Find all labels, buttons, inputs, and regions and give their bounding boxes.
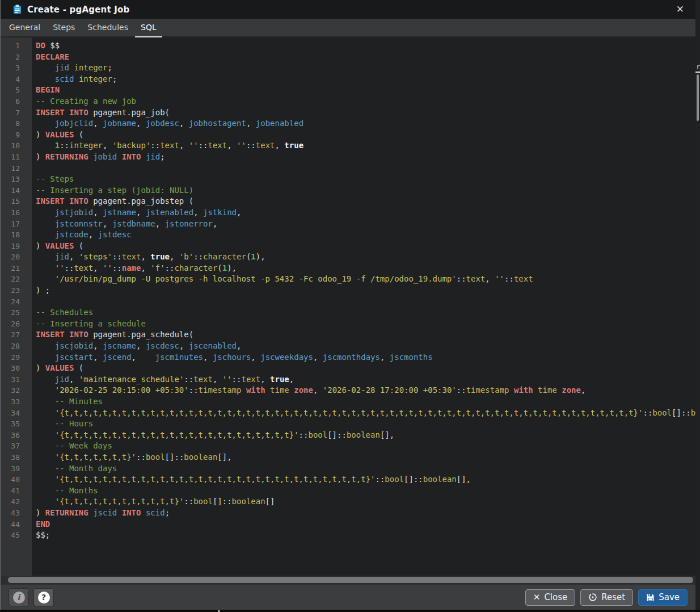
line-number: 37 (1, 441, 32, 452)
save-button-label: Save (659, 592, 680, 602)
code-line: '{t,t,t,t,t,t,t,t,t,t,t,t}'::bool[]::boo… (36, 496, 695, 508)
dialog-title: Create - pgAgent Job (27, 5, 129, 15)
line-number: 33 (1, 396, 32, 408)
code-line: INSERT INTO pgagent.pga_job( (36, 107, 695, 119)
line-number: 8 (1, 118, 32, 129)
line-number: 19 (1, 241, 32, 252)
gutter: 1234567891011121314151617181920212223242… (1, 37, 32, 576)
code-lines: DO $$DECLARE jid integer; scid integer;B… (32, 37, 695, 576)
sql-editor[interactable]: 1234567891011121314151617181920212223242… (1, 37, 695, 576)
code-line: jstjobid, jstname, jstenabled, jstkind, (36, 207, 695, 219)
reset-button-label: Reset (601, 592, 625, 602)
line-number: 18 (1, 229, 32, 241)
line-number: 31 (1, 374, 32, 385)
question-icon: ? (38, 592, 50, 603)
line-number: 11 (1, 152, 32, 163)
code-line: DO $$ (36, 40, 695, 52)
code-line: jid, 'maintenance_schedule'::text, ''::t… (36, 374, 695, 385)
info-icon: i (13, 592, 25, 603)
line-number: 17 (1, 219, 32, 230)
close-button-label: Close (544, 592, 567, 602)
line-number: 32 (1, 385, 32, 396)
line-number: 45 (1, 530, 32, 541)
code-line: ) VALUES ( (36, 129, 695, 141)
line-number: 26 (1, 318, 32, 330)
code-line: -- Inserting a step (jobid: NULL) (36, 185, 695, 196)
code-line: '{t,t,t,t,t,t,t,t,t,t,t,t,t,t,t,t,t,t,t,… (36, 408, 695, 419)
line-number: 43 (1, 508, 32, 519)
line-number: 10 (1, 140, 32, 152)
line-number: 38 (1, 452, 32, 463)
line-number: 15 (1, 196, 32, 207)
code-line: ''::text, ''::name, 'f'::character(1), (36, 263, 695, 274)
line-number: 41 (1, 485, 32, 497)
line-number: 24 (1, 296, 32, 308)
tab-sql[interactable]: SQL (135, 19, 162, 37)
reset-button[interactable]: Reset (580, 589, 633, 606)
code-line: '{t,t,t,t,t,t,t}'::bool[]::boolean[], (36, 452, 695, 463)
tab-general[interactable]: General (3, 19, 46, 37)
code-line: scid integer; (36, 74, 695, 85)
code-line: -- Hours (36, 418, 695, 430)
line-number: 21 (1, 263, 32, 274)
horizontal-scrollbar-thumb[interactable] (8, 577, 693, 583)
sql-help-button[interactable]: i (9, 588, 29, 606)
line-number: 6 (1, 96, 32, 107)
reset-icon (588, 593, 597, 602)
line-number: 23 (1, 285, 32, 296)
code-line: -- Steps (36, 174, 695, 185)
code-line: ) VALUES ( (36, 241, 695, 252)
save-icon (646, 593, 655, 602)
save-button[interactable]: Save (638, 589, 688, 606)
close-button[interactable]: ✕ Close (525, 589, 575, 606)
dialog-help-button[interactable]: ? (33, 588, 54, 606)
tab-steps[interactable]: Steps (47, 19, 81, 37)
create-pgagent-job-dialog: Create - pgAgent Job ✕ General Steps Sch… (0, 0, 695, 610)
code-line: ) ; (36, 285, 695, 296)
line-number: 7 (1, 107, 32, 119)
code-line: ) VALUES ( (36, 363, 695, 374)
code-line: -- Schedules (36, 307, 695, 318)
line-number: 25 (1, 307, 32, 318)
line-number: 12 (1, 163, 32, 174)
code-line: jscjobid, jscname, jscdesc, jscenabled, (36, 341, 695, 352)
line-number: 9 (1, 129, 32, 141)
code-line: INSERT INTO pgagent.pga_schedule( (36, 329, 695, 341)
dialog-tabbar: General Steps Schedules SQL (1, 19, 695, 37)
code-line: BEGIN (36, 85, 695, 96)
line-number: 35 (1, 418, 32, 430)
code-line: -- Month days (36, 463, 695, 475)
code-line: '/usr/bin/pg_dump -U postgres -h localho… (36, 274, 695, 285)
code-line: jobjclid, jobname, jobdesc, jobhostagent… (36, 118, 695, 129)
dialog-close-icon[interactable]: ✕ (674, 3, 686, 15)
code-line: $$; (36, 530, 695, 541)
code-line (36, 296, 695, 308)
line-number: 42 (1, 496, 32, 508)
line-number: 34 (1, 408, 32, 419)
code-line: jstconnstr, jstdbname, jstonerror, (36, 219, 695, 230)
horizontal-scrollbar[interactable] (1, 576, 695, 584)
code-line: INSERT INTO pgagent.pga_jobstep ( (36, 196, 695, 207)
code-line: jstcode, jstdesc (36, 229, 695, 241)
line-number: 39 (1, 463, 32, 475)
code-line: DECLARE (36, 52, 695, 63)
line-number: 2 (1, 52, 32, 63)
code-line: -- Minutes (36, 396, 695, 408)
background-scrollbar-fragment (697, 74, 699, 121)
code-line: -- Week days (36, 441, 695, 452)
background-text-fragment: r (696, 62, 700, 71)
line-number: 13 (1, 174, 32, 185)
tab-schedules[interactable]: Schedules (82, 19, 134, 37)
code-line: -- Months (36, 485, 695, 497)
code-line: END (36, 519, 695, 530)
code-line: ) RETURNING jscid INTO scid; (36, 508, 695, 519)
code-line: '2026-02-25 20:15:00 +05:30'::timestamp … (36, 385, 695, 396)
dialog-titlebar: Create - pgAgent Job ✕ (1, 0, 695, 19)
line-number: 44 (1, 519, 32, 530)
line-number: 1 (1, 40, 32, 52)
line-number: 16 (1, 207, 32, 219)
code-line: 1::integer, 'backup'::text, ''::text, ''… (36, 140, 695, 152)
close-icon: ✕ (533, 593, 541, 602)
code-line: -- Inserting a schedule (36, 318, 695, 330)
code-line: '{t,t,t,t,t,t,t,t,t,t,t,t,t,t,t,t,t,t,t,… (36, 430, 695, 441)
